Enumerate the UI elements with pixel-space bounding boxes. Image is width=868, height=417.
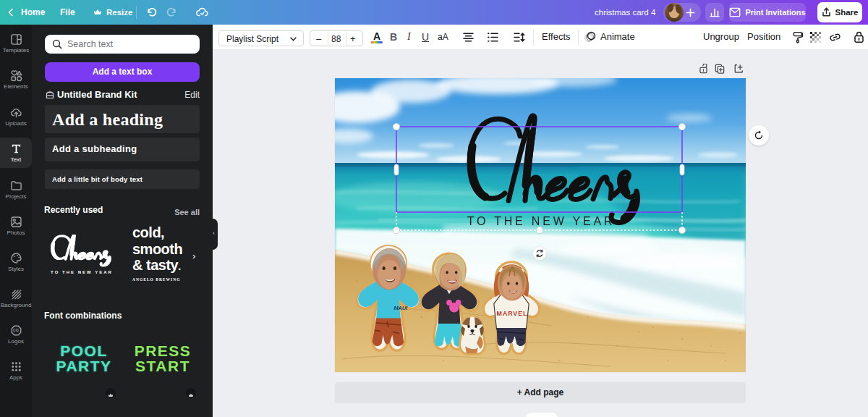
svg-text:MARVEL: MARVEL (497, 310, 528, 317)
svg-text:CO.: CO. (12, 328, 20, 332)
svg-text:TO THE NEW YEAR: TO THE NEW YEAR (467, 215, 616, 227)
svg-text:MAUI: MAUI (393, 305, 408, 311)
